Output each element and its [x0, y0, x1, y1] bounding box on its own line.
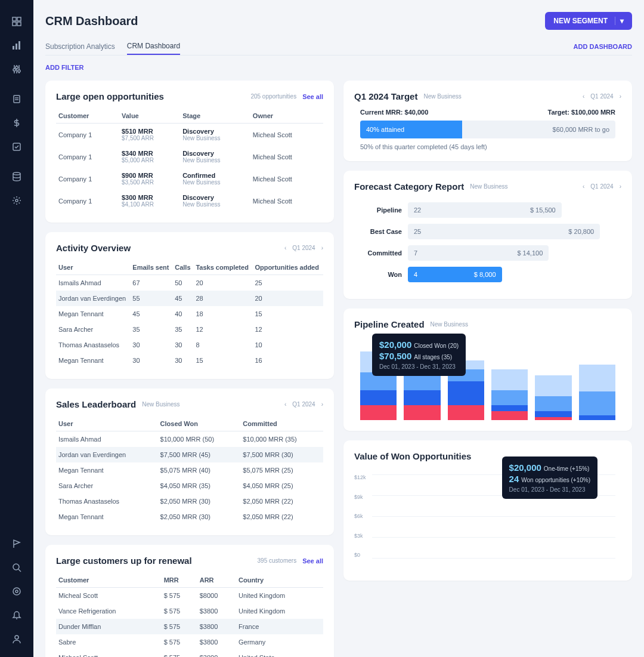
table-row[interactable]: Megan Tennant30301516 [56, 353, 323, 368]
svg-point-17 [15, 636, 18, 639]
table-row[interactable]: Thomas Anastaselos$2,050 MRR (30)$2,050 … [56, 493, 323, 509]
card-title: Large open opportunities [56, 91, 164, 101]
table-row[interactable]: Jordan van Everdingen55452820 [56, 291, 323, 306]
svg-point-7 [13, 69, 16, 71]
prev-period-icon[interactable]: ‹ [284, 401, 286, 408]
next-period-icon[interactable]: › [321, 245, 323, 251]
table-row[interactable]: Micheal Scott$ 575$3800United State [56, 650, 323, 657]
analytics-icon[interactable] [10, 38, 24, 53]
svg-rect-10 [14, 95, 20, 103]
prev-period-icon[interactable]: ‹ [583, 183, 584, 190]
svg-rect-5 [16, 44, 17, 50]
sidebar [0, 0, 33, 657]
chart-tooltip: $20,000One-time (+15%) 24Won opportuniti… [502, 456, 597, 499]
chevron-down-icon: ▾ [615, 17, 624, 25]
table-row[interactable]: Company 1$900 MRR$3,500 ARRConfirmedNew … [56, 168, 323, 190]
table-row[interactable]: Ismails Ahmad67502025 [56, 275, 323, 291]
opportunities-card: Large open opportunities 205 opportuniti… [45, 81, 334, 223]
svg-point-14 [13, 564, 19, 570]
table-row[interactable]: Dunder Mifflan$ 575$3800France [56, 619, 323, 634]
card-title: Pipeline Created [354, 319, 425, 329]
card-title: Activity Overview [56, 243, 131, 253]
progress-bar: 40% attained$60,000 MRR to go [360, 121, 615, 138]
svg-point-8 [16, 66, 18, 69]
won-chart: $12k$9k$6k$3k$0 $20,000One-time (+15%) 2… [354, 468, 621, 570]
card-title: Value of Won Opportunities [354, 451, 471, 461]
dollar-icon[interactable] [10, 116, 24, 130]
forecast-card: Forecast Category Report New Business ‹Q… [343, 171, 632, 299]
table-row[interactable]: Jordan van Everdingen$7,500 MRR (45)$7,5… [56, 447, 323, 462]
table-row[interactable]: Sabre$ 575$3800Germany [56, 634, 323, 650]
forecast-row: Committed7$ 14,100 [354, 245, 621, 261]
target-icon[interactable] [10, 584, 24, 599]
card-title: Large customers up for renewal [56, 556, 192, 566]
gear-icon[interactable] [10, 193, 24, 208]
svg-rect-4 [13, 46, 14, 50]
card-title: Forecast Category Report [354, 181, 464, 192]
forecast-row: Best Case25$ 20,800 [354, 224, 621, 239]
dashboard-icon[interactable] [10, 14, 24, 29]
forecast-row: Won4$ 8,000 [354, 267, 621, 282]
table-row[interactable]: Sara Archer$4,050 MRR (35)$4,050 MRR (25… [56, 478, 323, 493]
table-row[interactable]: Company 1$300 MRR$4,100 ARRDiscoveryNew … [56, 190, 323, 212]
chart-bar[interactable] [579, 365, 615, 420]
page-title: CRM Dashboard [45, 14, 138, 28]
document-icon[interactable] [10, 92, 24, 106]
table-row[interactable]: Thomas Anastaselos3030810 [56, 337, 323, 353]
prev-period-icon[interactable]: ‹ [284, 245, 286, 251]
activity-card: Activity Overview ‹Q1 2024› User Emails … [45, 232, 334, 379]
add-dashboard-link[interactable]: ADD DASHBOARD [574, 43, 632, 50]
svg-point-13 [16, 199, 18, 202]
svg-point-12 [13, 172, 20, 175]
svg-rect-0 [13, 17, 16, 21]
won-card: Value of Won Opportunities $12k$9k$6k$3k… [343, 440, 632, 581]
add-filter-link[interactable]: ADD FILTER [45, 64, 84, 71]
table-row[interactable]: Megan Tennant$5,075 MRR (40)$5,075 MRR (… [56, 462, 323, 478]
table-row[interactable]: Vance Refrigeration$ 575$3800United King… [56, 603, 323, 619]
chart-bar[interactable] [535, 375, 571, 420]
settings-slider-icon[interactable] [10, 62, 24, 76]
svg-point-16 [16, 590, 18, 593]
table-row[interactable]: Micheal Scott$ 575$8000United Kingdom [56, 588, 323, 604]
user-icon[interactable] [10, 632, 24, 646]
prev-period-icon[interactable]: ‹ [583, 93, 584, 100]
chart-tooltip: $20,000Closed Won (20) $70,500All stages… [372, 334, 466, 376]
card-title: Sales Leaderboard [56, 399, 136, 409]
svg-point-9 [18, 70, 20, 72]
target-card: Q1 2024 Target New Business ‹Q1 2024› Cu… [343, 81, 632, 161]
svg-rect-6 [18, 41, 20, 50]
flag-icon[interactable] [10, 536, 24, 551]
see-all-link[interactable]: See all [302, 93, 323, 100]
forecast-row: Pipeline22$ 15,500 [354, 202, 621, 218]
next-period-icon[interactable]: › [321, 401, 323, 408]
renewal-card: Large customers up for renewal 395 custo… [45, 545, 334, 657]
checkbox-icon[interactable] [10, 140, 24, 154]
next-period-icon[interactable]: › [620, 93, 621, 100]
svg-rect-1 [17, 17, 21, 21]
next-period-icon[interactable]: › [620, 183, 621, 190]
search-icon[interactable] [10, 560, 24, 575]
table-row[interactable]: Megan Tennant45401815 [56, 306, 323, 322]
svg-rect-3 [17, 22, 21, 26]
svg-point-15 [13, 588, 20, 595]
tab-crm-dashboard[interactable]: CRM Dashboard [127, 38, 180, 55]
table-row[interactable]: Megan Tennant$2,050 MRR (30)$2,050 MRR (… [56, 509, 323, 525]
svg-rect-2 [13, 22, 16, 26]
chart-bar[interactable] [491, 369, 528, 420]
bell-icon[interactable] [10, 608, 24, 622]
new-segment-button[interactable]: NEW SEGMENT▾ [545, 12, 632, 30]
table-row[interactable]: Sara Archer35351212 [56, 322, 323, 337]
leaderboard-card: Sales Leaderboard New Business ‹Q1 2024›… [45, 388, 334, 535]
see-all-link[interactable]: See all [302, 557, 323, 565]
card-title: Q1 2024 Target [354, 91, 417, 101]
pipeline-chart: $20,000Closed Won (20) $70,500All stages… [354, 337, 621, 420]
table-row[interactable]: Company 1$510 MRR$7,500 ARRDiscoveryNew … [56, 124, 323, 146]
table-row[interactable]: Company 1$340 MRR$5,000 ARRDiscoveryNew … [56, 146, 323, 168]
database-icon[interactable] [10, 169, 24, 184]
table-row[interactable]: Ismails Ahmad$10,000 MRR (50)$10,000 MRR… [56, 431, 323, 448]
pipeline-card: Pipeline Created New Business $20,000Clo… [343, 309, 632, 431]
tab-subscription-analytics[interactable]: Subscription Analytics [45, 39, 115, 54]
